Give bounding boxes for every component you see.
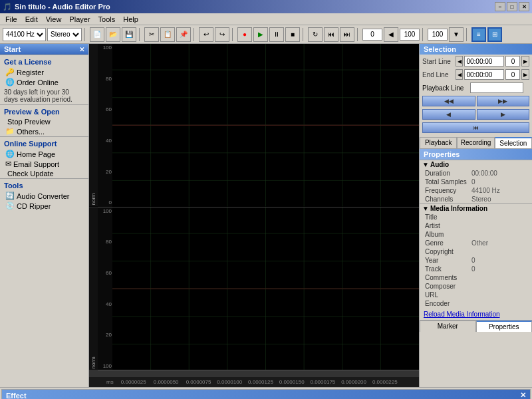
end-line-val[interactable]	[505, 69, 520, 80]
tab-properties[interactable]: Properties	[476, 321, 533, 332]
check-update-item[interactable]: Check Update	[0, 169, 88, 178]
email-support-item[interactable]: ✉ Email Support	[0, 159, 88, 169]
position-input[interactable]	[362, 29, 382, 41]
play-button[interactable]: ▶	[253, 27, 268, 42]
end-line-time[interactable]	[464, 69, 504, 80]
mode-btn-1[interactable]: ≡	[471, 27, 486, 42]
menu-file[interactable]: File	[1, 15, 21, 24]
effect-panel-close[interactable]: ✕	[520, 391, 526, 399]
maximize-button[interactable]: □	[507, 2, 517, 11]
next-button[interactable]: ⏭	[340, 27, 354, 42]
mode-btn-2[interactable]: ⊞	[487, 27, 502, 42]
nav-btn-2[interactable]: ▶▶	[477, 96, 530, 106]
bottom-tab-row: Marker Properties	[420, 320, 532, 332]
tab-selection[interactable]: Selection	[495, 137, 532, 148]
new-button[interactable]: 📄	[90, 27, 104, 42]
nav-btn-4[interactable]: ▶	[477, 109, 530, 120]
upper-waveform-area: norm 100 80 60 40 20 0	[89, 44, 419, 207]
menu-player[interactable]: Player	[65, 15, 94, 24]
prev-button[interactable]: ⏮	[324, 27, 338, 42]
audio-group-header[interactable]: ▼ Audio	[420, 160, 532, 169]
prop-url: URL	[420, 291, 532, 299]
prop-samples-key: Total Samples	[425, 178, 471, 186]
tab-marker[interactable]: Marker	[420, 321, 476, 332]
toolbar-sep-3	[194, 28, 196, 41]
prop-genre: GenreOther	[420, 239, 532, 247]
start-line-val[interactable]	[505, 56, 520, 66]
open-button[interactable]: 📂	[106, 27, 120, 42]
end-line-arrow-right[interactable]: ▶	[521, 69, 529, 80]
tab-recording[interactable]: Recording	[457, 137, 494, 148]
zoom-input[interactable]	[400, 29, 420, 41]
nav-btn-1[interactable]: ◀◀	[422, 96, 475, 106]
volume-input[interactable]	[428, 29, 448, 41]
start-line-label: Start Line	[422, 58, 454, 65]
tab-playback[interactable]: Playback	[420, 137, 457, 148]
cut-button[interactable]: ✂	[144, 27, 159, 42]
playback-line-row: Playback Line	[420, 81, 532, 94]
loop-button[interactable]: ↻	[308, 27, 323, 42]
nav-row-1: ◀◀ ▶▶	[420, 94, 532, 108]
save-button[interactable]: 💾	[122, 27, 136, 42]
media-group-header[interactable]: ▼ Media Information	[420, 203, 532, 213]
close-window-button[interactable]: ✕	[519, 2, 529, 11]
prop-channels-val: Stereo	[471, 196, 491, 203]
prop-track: Track0	[420, 265, 532, 273]
toolbar: 44100 Hz Stereo 📄 📂 💾 ✂ 📋 📌 ↩ ↪ ● ▶ ⏸ ■ …	[0, 25, 532, 44]
evaluation-info: 30 days left in your 30 days evaluation …	[0, 87, 88, 104]
others-label: Others...	[17, 128, 45, 136]
stop-preview-label: Stop Preview	[7, 118, 51, 126]
reload-media-link[interactable]: Reload Media Information	[424, 311, 500, 318]
prop-comments: Comments	[420, 273, 532, 282]
menu-tools[interactable]: Tools	[94, 15, 120, 24]
register-item[interactable]: 🔑 Register	[0, 67, 88, 77]
others-item[interactable]: 📁 Others...	[0, 126, 88, 136]
prop-freq-key: Frequency	[425, 187, 471, 194]
toolbar-sep-5	[303, 28, 305, 41]
paste-button[interactable]: 📌	[176, 27, 191, 42]
horizontal-scrollbar[interactable]	[89, 370, 419, 376]
upper-waveform-svg	[112, 44, 419, 207]
effect-panel-title: Effect	[6, 392, 27, 400]
media-collapse-icon: ▼	[422, 205, 429, 212]
nav-row-3: ⏮	[420, 121, 532, 134]
toolbar-sep-6	[357, 28, 360, 41]
position-prev[interactable]: ◀	[384, 27, 398, 42]
title-bar: 🎵 Sin titulo - Audio Editor Pro − □ ✕	[0, 0, 532, 13]
start-line-arrow-left[interactable]: ◀	[456, 56, 464, 66]
menu-view[interactable]: View	[42, 15, 66, 24]
pause-button[interactable]: ⏸	[269, 27, 284, 42]
playback-line-input[interactable]	[470, 82, 523, 93]
nav-btn-3[interactable]: ◀	[422, 109, 475, 120]
redo-button[interactable]: ↪	[215, 27, 229, 42]
prop-freq-val: 44100 Hz	[471, 187, 500, 194]
start-line-time[interactable]	[464, 56, 504, 66]
left-panel-close[interactable]: ✕	[79, 46, 84, 53]
cd-ripper-item[interactable]: 💿 CD Ripper	[0, 201, 88, 211]
menu-bar: File Edit View Player Tools Help	[0, 13, 532, 25]
nav-row-2: ◀ ▶	[420, 108, 532, 121]
toolbar-sep-8	[466, 28, 469, 41]
minimize-button[interactable]: −	[495, 2, 505, 11]
frequency-select[interactable]: 44100 Hz	[3, 28, 46, 41]
prop-channels-key: Channels	[425, 196, 471, 203]
stop-preview-item[interactable]: Stop Preview	[0, 117, 88, 126]
main-layout: Start ✕ Get a License 🔑 Register 🌐 Order…	[0, 44, 532, 387]
end-line-arrow-left[interactable]: ◀	[456, 69, 464, 80]
home-page-item[interactable]: 🌐 Home Page	[0, 149, 88, 159]
stop-button[interactable]: ■	[285, 27, 300, 42]
copy-button[interactable]: 📋	[160, 27, 175, 42]
channels-select[interactable]: Stereo	[47, 28, 82, 41]
menu-edit[interactable]: Edit	[21, 15, 42, 24]
prop-duration-val: 00:00:00	[471, 170, 497, 177]
left-panel-title: Start	[4, 45, 21, 53]
start-line-arrow-right[interactable]: ▶	[521, 56, 529, 66]
undo-button[interactable]: ↩	[199, 27, 213, 42]
volume-down[interactable]: ▼	[449, 27, 464, 42]
menu-help[interactable]: Help	[119, 15, 142, 24]
order-online-item[interactable]: 🌐 Order Online	[0, 77, 88, 87]
email-support-label: Email Support	[13, 160, 59, 168]
nav-btn-5[interactable]: ⏮	[422, 122, 529, 133]
audio-converter-item[interactable]: 🔄 Audio Converter	[0, 191, 88, 201]
record-button[interactable]: ●	[237, 27, 252, 42]
